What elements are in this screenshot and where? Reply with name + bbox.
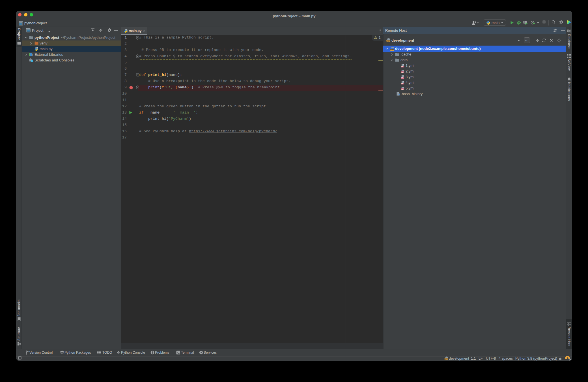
svg-text:?: ? — [399, 93, 400, 96]
